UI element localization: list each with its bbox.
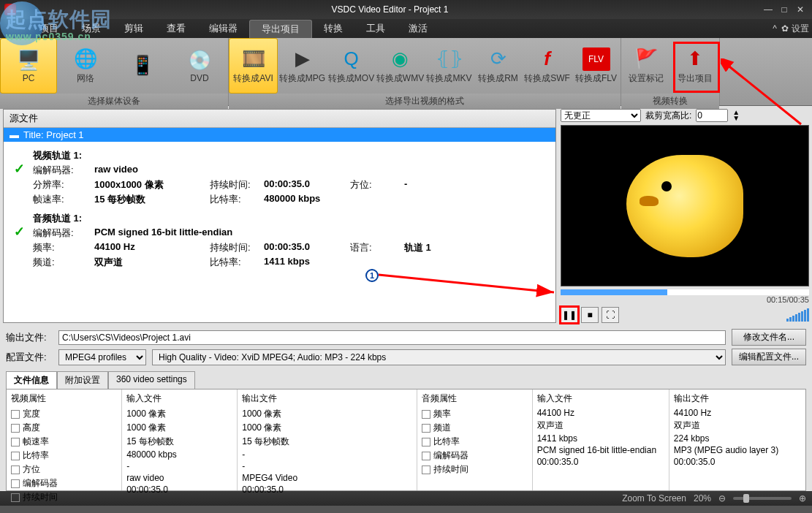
export-icon: ⬆ — [681, 48, 709, 71]
checkbox[interactable] — [422, 452, 430, 460]
menu-export[interactable]: 导出项目 — [249, 20, 312, 38]
device-phone-button[interactable]: 📱 — [114, 38, 171, 94]
settings-button[interactable]: ✿ 设置 — [781, 23, 809, 35]
zoom-in-icon[interactable]: ⊕ — [799, 493, 806, 503]
zoom-slider[interactable] — [733, 497, 792, 500]
zoom-out-icon[interactable]: ⊖ — [718, 493, 726, 503]
annotation-number-1: 1 — [365, 269, 379, 282]
menu-view[interactable]: 查看 — [155, 20, 197, 37]
video-track-title: 视频轨道 1: — [33, 149, 550, 162]
format-swf-label: 转换成SWF — [524, 72, 570, 85]
checkbox[interactable] — [11, 438, 20, 446]
device-pc-button[interactable]: 🖥️ PC — [0, 38, 57, 94]
format-mov-button[interactable]: Q 转换成MOV — [327, 38, 376, 94]
prop-label: 持续时间 — [23, 491, 58, 503]
collapse-icon[interactable]: ▬ — [10, 129, 19, 140]
format-swf-button[interactable]: f 转换成SWF — [523, 38, 572, 94]
lang-value: 轨道 1 — [404, 241, 485, 254]
checkbox[interactable] — [11, 479, 20, 488]
menu-scene[interactable]: 场景 — [70, 20, 113, 37]
tab-360[interactable]: 360 video settings — [108, 371, 195, 389]
format-wmv-button[interactable]: ◉ 转换成WMV — [376, 38, 425, 94]
play-square-icon: ▶ — [289, 48, 316, 71]
close-icon[interactable]: ✕ — [793, 4, 808, 15]
menu-activate[interactable]: 激活 — [397, 20, 439, 37]
device-dvd-button[interactable]: 💿 DVD — [171, 38, 228, 94]
set-marker-button[interactable]: 🚩 设置标记 — [621, 38, 670, 94]
checkbox[interactable] — [422, 410, 430, 419]
profile-label: 配置文件: — [6, 351, 53, 364]
checkbox[interactable] — [11, 493, 20, 502]
checkbox[interactable] — [422, 438, 430, 446]
stop-button[interactable]: ■ — [581, 307, 599, 323]
change-filename-button[interactable]: 修改文件名... — [732, 329, 806, 346]
ribbon-group-device: 🖥️ PC 🌐 网络 📱 💿 DVD 选择媒体设备 — [0, 38, 229, 105]
source-body: ✓ 视频轨道 1: 编解码器: raw video 分辨率: 1000x1000… — [4, 142, 555, 322]
col-video-in: 输入文件 1000 像素 1000 像素 15 每秒帧数 480000 kbps… — [122, 390, 238, 490]
crop-input[interactable] — [696, 109, 728, 122]
fullscreen-button[interactable]: ⛶ — [602, 307, 619, 323]
export-project-label: 导出项目 — [678, 72, 713, 85]
checkbox[interactable] — [422, 466, 430, 474]
export-project-button[interactable]: ⬆ 导出项目 — [670, 38, 719, 94]
codec-label: 编解码器: — [33, 164, 88, 177]
col-audio-in: 输入文件 44100 Hz 双声道 1411 kbps PCM signed 1… — [533, 390, 669, 490]
profile-select[interactable]: MPEG4 profiles — [58, 349, 146, 365]
minimize-icon[interactable]: — — [761, 4, 775, 15]
output-path-input[interactable] — [58, 330, 726, 345]
aspect-select[interactable]: 无更正 — [561, 109, 641, 122]
edit-profile-button[interactable]: 编辑配置文件... — [732, 349, 806, 365]
checkbox[interactable] — [11, 410, 20, 419]
prop-label: 频率 — [433, 408, 451, 420]
pause-button[interactable]: ❚❚ — [561, 307, 578, 323]
format-mpg-label: 转换成MPG — [279, 72, 325, 85]
col-header: 输入文件 — [126, 392, 232, 405]
format-flv-button[interactable]: FLV 转换成FLV — [572, 38, 621, 94]
preview-controls: ❚❚ ■ ⛶ — [561, 307, 809, 323]
preview-video — [561, 125, 809, 286]
audio-track-block: ✓ 音频轨道 1: 编解码器: PCM signed 16-bit little… — [33, 212, 550, 269]
format-rm-button[interactable]: ⟳ 转换成RM — [474, 38, 523, 94]
checkbox[interactable] — [11, 424, 20, 433]
checkbox[interactable] — [11, 466, 20, 474]
prop-value: 480000 kbps — [126, 449, 232, 460]
quicktime-icon: Q — [338, 48, 365, 71]
prop-value: 00:00:35.0 — [537, 457, 664, 467]
menu-convert[interactable]: 转换 — [312, 20, 354, 37]
globe-icon: 🌐 — [72, 48, 99, 71]
flv-icon: FLV — [583, 48, 610, 71]
preview-time: 00:15/00:35 — [561, 295, 809, 304]
checkbox[interactable] — [422, 424, 430, 433]
fps-value: 15 每秒帧数 — [94, 193, 204, 206]
prop-value: 00:00:35.0 — [126, 484, 232, 495]
freq-value: 44100 Hz — [94, 241, 204, 254]
tab-file-info[interactable]: 文件信息 — [6, 371, 57, 389]
maximize-icon[interactable]: □ — [777, 4, 792, 15]
menu-clip[interactable]: 剪辑 — [113, 20, 155, 37]
menu-tools[interactable]: 工具 — [354, 20, 397, 37]
freq-label: 频率: — [33, 241, 88, 254]
volume-indicator[interactable] — [786, 308, 809, 322]
prop-value: - — [126, 461, 232, 471]
spinner-icon[interactable]: ▲▼ — [732, 110, 740, 121]
prop-value: 1000 像素 — [242, 422, 411, 434]
profile-desc-select[interactable]: High Quality - Video: XviD MPEG4; Audio:… — [152, 349, 726, 365]
prop-label: 比特率 — [23, 449, 49, 462]
device-web-button[interactable]: 🌐 网络 — [57, 38, 114, 94]
chevron-up-icon[interactable]: ^ — [773, 23, 777, 34]
menu-editor[interactable]: 编辑器 — [197, 20, 249, 37]
prop-label: 方位 — [23, 463, 40, 476]
prop-value: 00:00:35.0 — [674, 457, 801, 467]
format-flv-label: 转换成FLV — [575, 72, 617, 85]
format-avi-button[interactable]: 🎞️ 转换成AVI — [229, 38, 278, 94]
format-rm-label: 转换成RM — [478, 72, 518, 85]
prop-value: 224 kbps — [674, 433, 801, 444]
format-mkv-button[interactable]: ⦃⦄ 转换成MKV — [425, 38, 474, 94]
format-mpg-button[interactable]: ▶ 转换成MPG — [278, 38, 327, 94]
source-title-row[interactable]: ▬ Title: Project 1 — [4, 128, 555, 142]
progress-bar[interactable] — [561, 289, 809, 295]
ribbon-group-format-label: 选择导出视频的格式 — [229, 94, 621, 109]
tab-additional[interactable]: 附加设置 — [57, 371, 108, 389]
phone-icon: 📱 — [129, 53, 156, 77]
checkbox[interactable] — [11, 452, 20, 460]
